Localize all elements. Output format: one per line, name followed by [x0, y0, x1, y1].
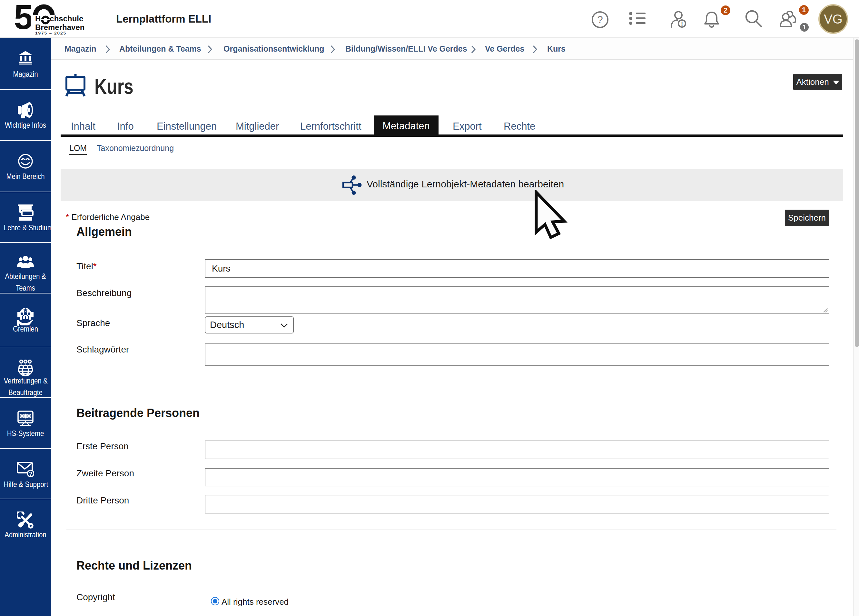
svg-text:5: 5 [14, 3, 33, 36]
svg-text:1975 – 2025: 1975 – 2025 [35, 31, 66, 36]
svg-text:!: ! [681, 20, 683, 27]
svg-text:?: ? [29, 471, 32, 477]
svg-text:?: ? [597, 14, 603, 25]
svg-text:Bremerhaven: Bremerhaven [35, 23, 84, 31]
